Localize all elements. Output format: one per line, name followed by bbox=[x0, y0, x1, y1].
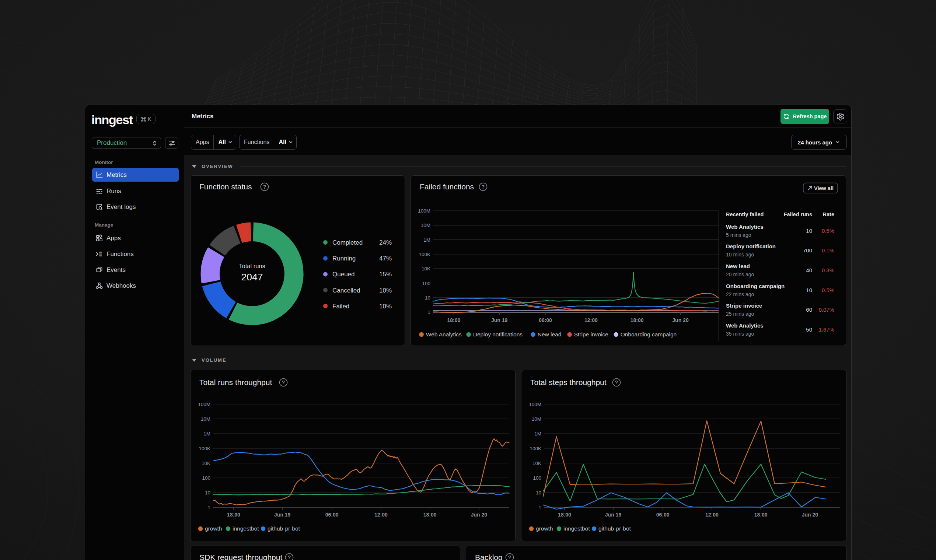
svg-text:Rate: Rate bbox=[823, 211, 834, 217]
svg-text:New lead: New lead bbox=[538, 331, 562, 337]
svg-text:10: 10 bbox=[806, 228, 812, 234]
svg-text:10M: 10M bbox=[532, 416, 541, 422]
svg-text:1M: 1M bbox=[423, 237, 430, 243]
svg-text:10: 10 bbox=[806, 287, 812, 293]
svg-text:Onboarding campaign: Onboarding campaign bbox=[620, 331, 677, 337]
svg-text:1M: 1M bbox=[203, 431, 211, 437]
svg-text:100M: 100M bbox=[418, 208, 430, 214]
svg-text:06:00: 06:00 bbox=[539, 317, 552, 323]
svg-text:5 mins ago: 5 mins ago bbox=[726, 232, 751, 238]
svg-text:18:00: 18:00 bbox=[754, 512, 768, 518]
svg-text:10M: 10M bbox=[201, 416, 211, 422]
svg-text:18:00: 18:00 bbox=[423, 512, 437, 518]
svg-text:Onboarding campaign: Onboarding campaign bbox=[726, 283, 785, 289]
svg-text:10%: 10% bbox=[379, 287, 392, 294]
svg-text:50: 50 bbox=[806, 326, 812, 333]
svg-text:1.67%: 1.67% bbox=[819, 326, 834, 333]
svg-text:growth: growth bbox=[205, 525, 222, 532]
svg-text:100: 100 bbox=[202, 475, 211, 481]
svg-text:40: 40 bbox=[806, 267, 812, 273]
svg-text:18:00: 18:00 bbox=[631, 317, 644, 323]
svg-text:Web Analytics: Web Analytics bbox=[726, 322, 764, 329]
svg-text:60: 60 bbox=[806, 306, 812, 313]
svg-text:100K: 100K bbox=[199, 446, 211, 451]
svg-text:100K: 100K bbox=[419, 252, 430, 257]
svg-text:Stripe invoice: Stripe invoice bbox=[726, 303, 762, 309]
svg-text:10: 10 bbox=[425, 295, 430, 301]
svg-text:0.07%: 0.07% bbox=[819, 306, 834, 313]
svg-text:Cancelled: Cancelled bbox=[333, 287, 360, 294]
svg-text:20 mins ago: 20 mins ago bbox=[726, 272, 754, 277]
svg-text:Failed functions: Failed functions bbox=[420, 182, 474, 191]
svg-text:View all: View all bbox=[814, 185, 834, 191]
svg-text:18:00: 18:00 bbox=[558, 512, 571, 518]
svg-text:100M: 100M bbox=[198, 402, 211, 407]
svg-text:12:00: 12:00 bbox=[705, 512, 719, 518]
svg-text:47%: 47% bbox=[379, 255, 392, 262]
svg-text:22 mins ago: 22 mins ago bbox=[726, 291, 754, 297]
svg-text:10K: 10K bbox=[422, 266, 430, 272]
svg-text:100K: 100K bbox=[530, 446, 541, 451]
svg-text:Jun 20: Jun 20 bbox=[802, 512, 819, 518]
svg-text:github-pr-bot: github-pr-bot bbox=[599, 525, 631, 532]
svg-text:Stripe invoice: Stripe invoice bbox=[574, 331, 608, 337]
svg-text:2047: 2047 bbox=[242, 272, 263, 283]
svg-text:?: ? bbox=[508, 554, 511, 560]
svg-text:Jun 19: Jun 19 bbox=[605, 512, 622, 518]
svg-text:Failed runs: Failed runs bbox=[784, 211, 812, 217]
svg-text:700: 700 bbox=[803, 247, 812, 254]
svg-text:?: ? bbox=[288, 554, 291, 560]
svg-text:100: 100 bbox=[533, 475, 541, 481]
svg-text:06:00: 06:00 bbox=[325, 512, 339, 518]
svg-text:0.5%: 0.5% bbox=[822, 287, 834, 293]
svg-text:100M: 100M bbox=[529, 402, 541, 407]
svg-text:10K: 10K bbox=[202, 460, 211, 466]
svg-text:Running: Running bbox=[333, 255, 356, 262]
svg-text:Jun 20: Jun 20 bbox=[672, 317, 689, 323]
svg-text:Backlog: Backlog bbox=[475, 553, 503, 560]
svg-text:12:00: 12:00 bbox=[374, 512, 388, 518]
svg-text:?: ? bbox=[263, 184, 266, 190]
svg-text:Deploy notifications: Deploy notifications bbox=[473, 331, 523, 337]
svg-text:0.3%: 0.3% bbox=[822, 267, 834, 273]
svg-text:10: 10 bbox=[536, 490, 541, 495]
svg-text:Total runs: Total runs bbox=[239, 263, 265, 269]
svg-text:1: 1 bbox=[428, 309, 430, 315]
svg-text:inngestbot: inngestbot bbox=[563, 525, 590, 532]
svg-text:Queued: Queued bbox=[333, 271, 355, 278]
svg-text:35 mins ago: 35 mins ago bbox=[726, 331, 754, 337]
svg-text:10M: 10M bbox=[421, 223, 430, 228]
svg-text:Jun 20: Jun 20 bbox=[471, 512, 488, 518]
svg-text:Total runs throughput: Total runs throughput bbox=[199, 378, 272, 386]
svg-text:100: 100 bbox=[422, 281, 430, 286]
svg-text:Deploy notification: Deploy notification bbox=[726, 243, 776, 249]
svg-text:18:00: 18:00 bbox=[227, 512, 240, 518]
svg-text:12:00: 12:00 bbox=[585, 317, 598, 323]
svg-text:24%: 24% bbox=[379, 239, 392, 246]
svg-text:Recently failed: Recently failed bbox=[726, 211, 764, 217]
svg-text:10K: 10K bbox=[533, 460, 541, 466]
svg-text:1: 1 bbox=[538, 505, 541, 510]
svg-text:0.1%: 0.1% bbox=[822, 247, 834, 254]
svg-text:Web Analytics: Web Analytics bbox=[726, 224, 764, 230]
svg-text:SDK request throughput: SDK request throughput bbox=[199, 553, 282, 560]
svg-text:Failed: Failed bbox=[333, 303, 349, 310]
svg-text:growth: growth bbox=[536, 525, 553, 532]
svg-text:18:00: 18:00 bbox=[447, 317, 460, 323]
svg-text:10: 10 bbox=[205, 490, 211, 495]
svg-text:15%: 15% bbox=[379, 271, 392, 278]
svg-text:10%: 10% bbox=[379, 303, 392, 310]
svg-text:Function status: Function status bbox=[199, 182, 252, 191]
svg-text:10 mins ago: 10 mins ago bbox=[726, 252, 754, 257]
svg-text:New lead: New lead bbox=[726, 263, 750, 269]
svg-text:?: ? bbox=[615, 380, 618, 385]
svg-text:Jun 19: Jun 19 bbox=[274, 512, 291, 518]
svg-text:?: ? bbox=[482, 184, 485, 190]
svg-text:Jun 19: Jun 19 bbox=[491, 317, 508, 323]
svg-text:25 mins ago: 25 mins ago bbox=[726, 311, 754, 317]
svg-text:github-pr-bot: github-pr-bot bbox=[268, 525, 300, 532]
svg-text:inngestbot: inngestbot bbox=[232, 525, 259, 532]
svg-text:1M: 1M bbox=[534, 431, 541, 437]
svg-text:0.5%: 0.5% bbox=[822, 228, 834, 234]
svg-text:?: ? bbox=[282, 380, 285, 385]
